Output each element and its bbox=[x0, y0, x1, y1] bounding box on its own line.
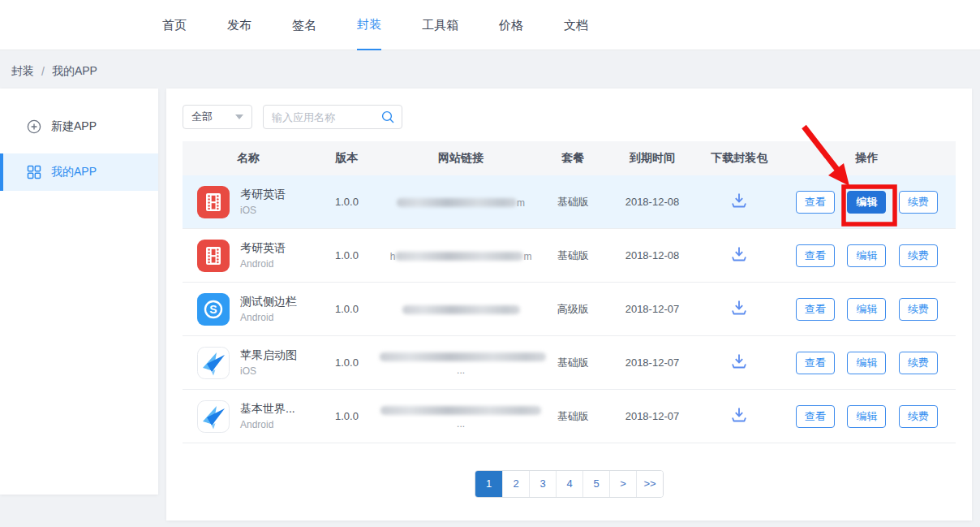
app-version: 1.0.0 bbox=[314, 410, 380, 422]
top-nav: 首页 发布 签名 封装 工具箱 价格 文档 bbox=[0, 0, 980, 50]
app-version: 1.0.0 bbox=[314, 303, 380, 315]
redacted-url bbox=[380, 406, 541, 415]
edit-button[interactable]: 编辑 bbox=[847, 244, 886, 267]
plus-circle-icon bbox=[27, 119, 41, 134]
sidebar-item-new-app[interactable]: 新建APP bbox=[0, 108, 158, 145]
col-header-name: 名称 bbox=[183, 151, 314, 166]
filter-select-value: 全部 bbox=[191, 110, 213, 124]
page-button-1[interactable]: 1 bbox=[475, 471, 502, 497]
search-box bbox=[263, 105, 402, 129]
table-row: 基本世界... Android 1.0.0 ... 基础版 2018-12-07… bbox=[183, 390, 956, 443]
sidebar-item-label: 我的APP bbox=[51, 165, 97, 179]
app-plan: 基础版 bbox=[542, 409, 604, 424]
app-name: 基本世界... bbox=[240, 402, 295, 417]
app-name: 考研英语 bbox=[240, 188, 286, 202]
page-button-2[interactable]: 2 bbox=[502, 471, 529, 497]
nav-item-package[interactable]: 封装 bbox=[357, 0, 381, 50]
renew-button[interactable]: 续费 bbox=[899, 244, 938, 267]
page-button-3[interactable]: 3 bbox=[529, 471, 556, 497]
app-link: m bbox=[380, 196, 542, 209]
app-expiry: 2018-12-08 bbox=[604, 249, 700, 261]
app-name: 苹果启动图 bbox=[240, 348, 297, 363]
app-link: ... bbox=[380, 350, 542, 375]
renew-button[interactable]: 续费 bbox=[899, 405, 938, 428]
app-platform: Android bbox=[240, 258, 286, 270]
breadcrumb-current: 我的APP bbox=[52, 64, 97, 79]
last-page-button[interactable]: >> bbox=[636, 471, 663, 497]
download-icon[interactable] bbox=[729, 351, 750, 372]
search-input[interactable] bbox=[272, 111, 380, 123]
col-header-link: 网站链接 bbox=[380, 151, 542, 166]
edit-button[interactable]: 编辑 bbox=[847, 191, 886, 214]
edit-button[interactable]: 编辑 bbox=[847, 405, 886, 428]
view-button[interactable]: 查看 bbox=[796, 191, 835, 214]
next-page-button[interactable]: > bbox=[609, 471, 636, 497]
page-button-5[interactable]: 5 bbox=[582, 471, 609, 497]
app-expiry: 2018-12-07 bbox=[604, 356, 700, 369]
breadcrumb: 封装 / 我的APP bbox=[0, 50, 980, 89]
app-version: 1.0.0 bbox=[314, 249, 380, 261]
app-link: hm bbox=[380, 249, 542, 262]
col-header-download: 下载封装包 bbox=[700, 151, 777, 166]
redacted-url bbox=[402, 305, 520, 314]
renew-button[interactable]: 续费 bbox=[899, 352, 938, 374]
sidebar: 新建APP 我的APP bbox=[0, 89, 158, 495]
app-platform: Android bbox=[240, 419, 295, 430]
view-button[interactable]: 查看 bbox=[796, 405, 835, 428]
sidebar-item-my-apps[interactable]: 我的APP bbox=[0, 153, 158, 191]
filter-select[interactable]: 全部 bbox=[183, 105, 252, 129]
download-icon[interactable] bbox=[729, 404, 750, 425]
nav-item-sign[interactable]: 签名 bbox=[292, 0, 316, 50]
nav-item-price[interactable]: 价格 bbox=[499, 0, 523, 50]
app-name: 考研英语 bbox=[240, 241, 286, 256]
table-row: 考研英语 iOS 1.0.0 m 基础版 2018-12-08 查看 编辑 续费 bbox=[183, 175, 956, 229]
breadcrumb-parent[interactable]: 封装 bbox=[11, 64, 34, 79]
app-plan: 高级版 bbox=[542, 302, 604, 317]
bird-app-icon bbox=[197, 347, 230, 379]
app-platform: iOS bbox=[240, 205, 286, 216]
app-platform: Android bbox=[240, 312, 297, 323]
app-link: ... bbox=[380, 404, 542, 429]
col-header-version: 版本 bbox=[314, 151, 380, 166]
bird-app-icon bbox=[197, 400, 230, 433]
app-expiry: 2018-12-08 bbox=[604, 196, 700, 208]
table-header: 名称 版本 网站链接 套餐 到期时间 下载封装包 操作 bbox=[183, 141, 956, 175]
renew-button[interactable]: 续费 bbox=[899, 191, 938, 214]
edit-button[interactable]: 编辑 bbox=[847, 298, 886, 321]
main-panel: 全部 名称 版本 网站链接 套餐 到期时间 下载封装包 操作 bbox=[166, 89, 972, 521]
view-button[interactable]: 查看 bbox=[796, 298, 835, 321]
table-row: 考研英语 Android 1.0.0 hm 基础版 2018-12-08 查看 … bbox=[183, 229, 956, 283]
app-expiry: 2018-12-07 bbox=[604, 303, 700, 315]
download-icon[interactable] bbox=[729, 297, 750, 318]
nav-item-toolbox[interactable]: 工具箱 bbox=[422, 0, 458, 50]
col-header-plan: 套餐 bbox=[542, 151, 604, 166]
svg-text:S: S bbox=[209, 303, 217, 316]
nav-item-docs[interactable]: 文档 bbox=[564, 0, 588, 50]
app-plan: 基础版 bbox=[542, 195, 604, 210]
redacted-url bbox=[397, 198, 517, 207]
app-link bbox=[380, 303, 542, 316]
app-platform: iOS bbox=[240, 365, 297, 377]
page-button-4[interactable]: 4 bbox=[556, 471, 582, 497]
view-button[interactable]: 查看 bbox=[796, 244, 835, 267]
download-icon[interactable] bbox=[729, 244, 750, 265]
redacted-url bbox=[395, 252, 523, 261]
app-plan: 基础版 bbox=[542, 248, 604, 263]
nav-item-home[interactable]: 首页 bbox=[162, 0, 187, 50]
view-button[interactable]: 查看 bbox=[796, 352, 835, 374]
table-row: 苹果启动图 iOS 1.0.0 ... 基础版 2018-12-07 查看 编辑… bbox=[183, 336, 956, 390]
film-app-icon bbox=[197, 186, 230, 218]
app-plan: 基础版 bbox=[542, 356, 604, 370]
page: 首页 发布 签名 封装 工具箱 价格 文档 封装 / 我的APP 新建APP 我… bbox=[0, 0, 980, 527]
app-version: 1.0.0 bbox=[314, 356, 380, 369]
renew-button[interactable]: 续费 bbox=[899, 298, 938, 321]
redacted-url bbox=[380, 352, 546, 361]
grid-icon bbox=[27, 165, 41, 179]
nav-item-publish[interactable]: 发布 bbox=[227, 0, 251, 50]
search-icon[interactable] bbox=[380, 110, 395, 124]
breadcrumb-separator: / bbox=[41, 65, 45, 78]
download-icon[interactable] bbox=[729, 190, 750, 211]
s-app-icon: S bbox=[197, 293, 230, 326]
col-header-expiry: 到期时间 bbox=[604, 151, 700, 166]
edit-button[interactable]: 编辑 bbox=[847, 352, 886, 374]
